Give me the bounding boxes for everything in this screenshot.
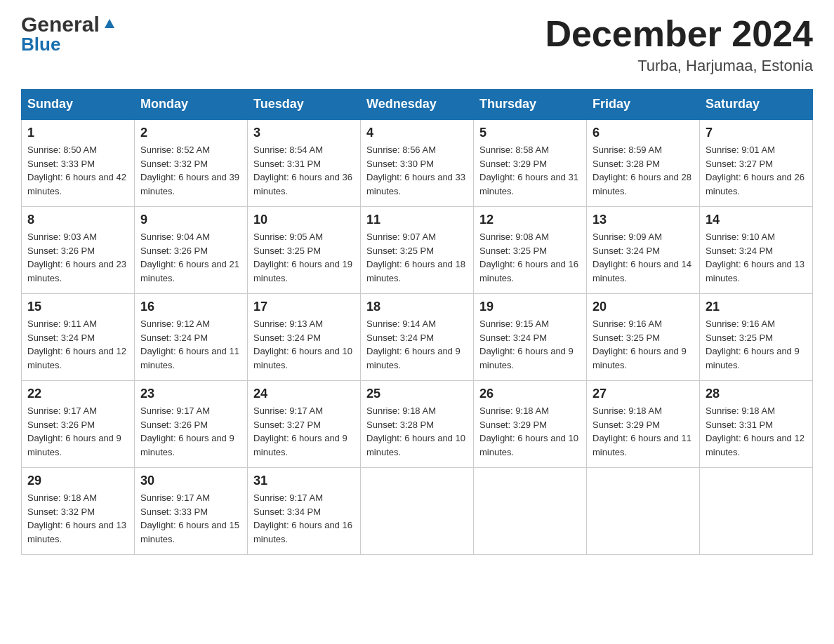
calendar-cell: 9Sunrise: 9:04 AMSunset: 3:26 PMDaylight… — [135, 207, 248, 294]
day-number: 1 — [27, 126, 128, 140]
day-info: Sunrise: 9:16 AMSunset: 3:25 PMDaylight:… — [593, 317, 694, 372]
day-info: Sunrise: 9:17 AMSunset: 3:26 PMDaylight:… — [27, 404, 128, 459]
day-info: Sunrise: 9:18 AMSunset: 3:28 PMDaylight:… — [366, 404, 468, 459]
day-number: 30 — [140, 474, 241, 488]
day-info: Sunrise: 9:17 AMSunset: 3:27 PMDaylight:… — [253, 404, 355, 459]
calendar-table: SundayMondayTuesdayWednesdayThursdayFrid… — [21, 89, 813, 555]
week-row-3: 15Sunrise: 9:11 AMSunset: 3:24 PMDayligh… — [22, 294, 813, 381]
day-info: Sunrise: 9:18 AMSunset: 3:31 PMDaylight:… — [706, 404, 807, 459]
day-number: 7 — [706, 126, 807, 140]
day-number: 15 — [27, 300, 128, 314]
calendar-cell: 6Sunrise: 8:59 AMSunset: 3:28 PMDaylight… — [587, 119, 700, 207]
day-info: Sunrise: 9:15 AMSunset: 3:24 PMDaylight:… — [479, 317, 581, 372]
day-number: 28 — [706, 387, 807, 401]
calendar-cell: 20Sunrise: 9:16 AMSunset: 3:25 PMDayligh… — [587, 294, 700, 381]
day-info: Sunrise: 9:18 AMSunset: 3:29 PMDaylight:… — [593, 404, 694, 459]
day-number: 12 — [479, 213, 581, 227]
day-number: 29 — [27, 474, 128, 488]
day-number: 2 — [140, 126, 241, 140]
day-info: Sunrise: 9:10 AMSunset: 3:24 PMDaylight:… — [706, 230, 807, 285]
day-info: Sunrise: 9:16 AMSunset: 3:25 PMDaylight:… — [706, 317, 807, 372]
calendar-cell: 25Sunrise: 9:18 AMSunset: 3:28 PMDayligh… — [361, 381, 474, 468]
calendar-cell: 14Sunrise: 9:10 AMSunset: 3:24 PMDayligh… — [700, 207, 813, 294]
day-info: Sunrise: 9:05 AMSunset: 3:25 PMDaylight:… — [253, 230, 355, 285]
calendar-cell: 2Sunrise: 8:52 AMSunset: 3:32 PMDaylight… — [135, 119, 248, 207]
logo-triangle-icon — [102, 15, 117, 31]
calendar-cell: 15Sunrise: 9:11 AMSunset: 3:24 PMDayligh… — [22, 294, 135, 381]
calendar-cell: 4Sunrise: 8:56 AMSunset: 3:30 PMDaylight… — [361, 119, 474, 207]
day-info: Sunrise: 9:09 AMSunset: 3:24 PMDaylight:… — [593, 230, 694, 285]
day-number: 18 — [366, 300, 468, 314]
day-number: 31 — [253, 474, 355, 488]
calendar-cell: 11Sunrise: 9:07 AMSunset: 3:25 PMDayligh… — [361, 207, 474, 294]
calendar-cell: 21Sunrise: 9:16 AMSunset: 3:25 PMDayligh… — [700, 294, 813, 381]
calendar-cell — [361, 468, 474, 555]
header-sunday: Sunday — [22, 90, 135, 120]
calendar-cell: 10Sunrise: 9:05 AMSunset: 3:25 PMDayligh… — [248, 207, 361, 294]
day-number: 8 — [27, 213, 128, 227]
calendar-cell: 5Sunrise: 8:58 AMSunset: 3:29 PMDaylight… — [474, 119, 587, 207]
day-number: 26 — [479, 387, 581, 401]
day-info: Sunrise: 9:17 AMSunset: 3:26 PMDaylight:… — [140, 404, 241, 459]
day-number: 27 — [593, 387, 694, 401]
day-number: 11 — [366, 213, 468, 227]
calendar-cell: 18Sunrise: 9:14 AMSunset: 3:24 PMDayligh… — [361, 294, 474, 381]
calendar-cell: 17Sunrise: 9:13 AMSunset: 3:24 PMDayligh… — [248, 294, 361, 381]
day-info: Sunrise: 9:01 AMSunset: 3:27 PMDaylight:… — [706, 143, 807, 198]
day-number: 16 — [140, 300, 241, 314]
day-number: 5 — [479, 126, 581, 140]
svg-marker-0 — [105, 19, 114, 28]
day-info: Sunrise: 9:11 AMSunset: 3:24 PMDaylight:… — [27, 317, 128, 372]
day-info: Sunrise: 8:50 AMSunset: 3:33 PMDaylight:… — [27, 143, 128, 198]
day-info: Sunrise: 9:04 AMSunset: 3:26 PMDaylight:… — [140, 230, 241, 285]
day-number: 22 — [27, 387, 128, 401]
calendar-cell: 12Sunrise: 9:08 AMSunset: 3:25 PMDayligh… — [474, 207, 587, 294]
week-row-4: 22Sunrise: 9:17 AMSunset: 3:26 PMDayligh… — [22, 381, 813, 468]
day-info: Sunrise: 8:59 AMSunset: 3:28 PMDaylight:… — [593, 143, 694, 198]
logo: General Blue — [21, 14, 117, 53]
calendar-cell: 24Sunrise: 9:17 AMSunset: 3:27 PMDayligh… — [248, 381, 361, 468]
calendar-cell: 31Sunrise: 9:17 AMSunset: 3:34 PMDayligh… — [248, 468, 361, 555]
header-thursday: Thursday — [474, 90, 587, 120]
calendar-cell: 29Sunrise: 9:18 AMSunset: 3:32 PMDayligh… — [22, 468, 135, 555]
calendar-cell: 27Sunrise: 9:18 AMSunset: 3:29 PMDayligh… — [587, 381, 700, 468]
day-number: 10 — [253, 213, 355, 227]
day-number: 24 — [253, 387, 355, 401]
week-row-1: 1Sunrise: 8:50 AMSunset: 3:33 PMDaylight… — [22, 119, 813, 207]
location-subtitle: Turba, Harjumaa, Estonia — [545, 57, 813, 75]
day-number: 20 — [593, 300, 694, 314]
day-number: 4 — [366, 126, 468, 140]
day-info: Sunrise: 9:14 AMSunset: 3:24 PMDaylight:… — [366, 317, 468, 372]
day-number: 14 — [706, 213, 807, 227]
day-number: 17 — [253, 300, 355, 314]
day-info: Sunrise: 9:12 AMSunset: 3:24 PMDaylight:… — [140, 317, 241, 372]
calendar-cell: 3Sunrise: 8:54 AMSunset: 3:31 PMDaylight… — [248, 119, 361, 207]
header-tuesday: Tuesday — [248, 90, 361, 120]
day-info: Sunrise: 9:18 AMSunset: 3:32 PMDaylight:… — [27, 491, 128, 546]
calendar-cell: 13Sunrise: 9:09 AMSunset: 3:24 PMDayligh… — [587, 207, 700, 294]
calendar-cell: 16Sunrise: 9:12 AMSunset: 3:24 PMDayligh… — [135, 294, 248, 381]
calendar-cell: 22Sunrise: 9:17 AMSunset: 3:26 PMDayligh… — [22, 381, 135, 468]
calendar-cell: 8Sunrise: 9:03 AMSunset: 3:26 PMDaylight… — [22, 207, 135, 294]
logo-general-text: General — [21, 14, 100, 35]
day-info: Sunrise: 9:13 AMSunset: 3:24 PMDaylight:… — [253, 317, 355, 372]
calendar-cell: 23Sunrise: 9:17 AMSunset: 3:26 PMDayligh… — [135, 381, 248, 468]
calendar-cell: 1Sunrise: 8:50 AMSunset: 3:33 PMDaylight… — [22, 119, 135, 207]
title-section: December 2024 Turba, Harjumaa, Estonia — [545, 14, 813, 75]
header-wednesday: Wednesday — [361, 90, 474, 120]
calendar-cell — [700, 468, 813, 555]
day-number: 9 — [140, 213, 241, 227]
calendar-cell: 28Sunrise: 9:18 AMSunset: 3:31 PMDayligh… — [700, 381, 813, 468]
day-number: 3 — [253, 126, 355, 140]
calendar-cell — [587, 468, 700, 555]
calendar-cell: 30Sunrise: 9:17 AMSunset: 3:33 PMDayligh… — [135, 468, 248, 555]
header-monday: Monday — [135, 90, 248, 120]
week-row-2: 8Sunrise: 9:03 AMSunset: 3:26 PMDaylight… — [22, 207, 813, 294]
header-friday: Friday — [587, 90, 700, 120]
day-info: Sunrise: 9:03 AMSunset: 3:26 PMDaylight:… — [27, 230, 128, 285]
day-number: 13 — [593, 213, 694, 227]
month-year-title: December 2024 — [545, 14, 813, 54]
calendar-cell: 7Sunrise: 9:01 AMSunset: 3:27 PMDaylight… — [700, 119, 813, 207]
calendar-cell: 26Sunrise: 9:18 AMSunset: 3:29 PMDayligh… — [474, 381, 587, 468]
day-info: Sunrise: 8:58 AMSunset: 3:29 PMDaylight:… — [479, 143, 581, 198]
